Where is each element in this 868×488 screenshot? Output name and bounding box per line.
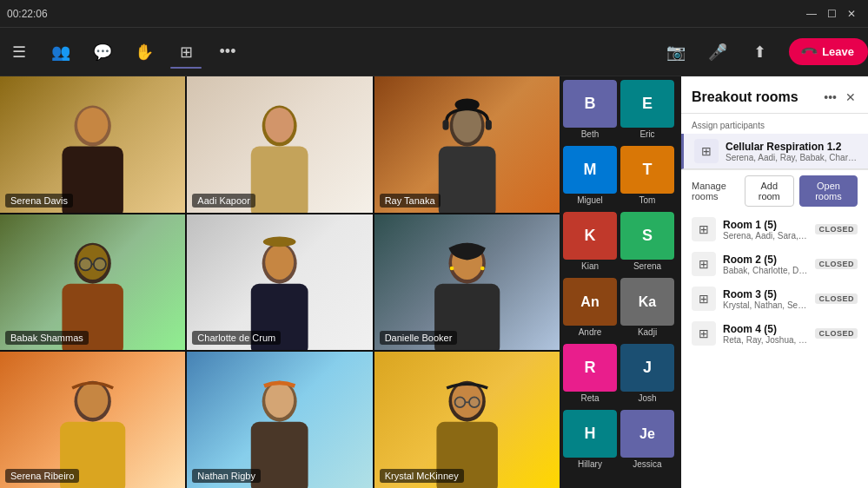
room-4-info: Room 4 (5) Reta, Ray, Joshua, Darren, Hi… [723,323,808,345]
room-3-item[interactable]: ⊞ Room 3 (5) Krystal, Nathan, Serena, An… [681,281,868,316]
assign-participants-label: Assign participants [681,114,868,134]
breakout-icon: ⊞ [180,43,193,62]
svg-point-5 [266,108,295,142]
room-1-info: Room 1 (5) Serena, Aadi, Sara, Tom, Eric [723,219,808,241]
room-2-members: Babak, Charlotte, Danielle, Mig... [723,266,808,275]
breakout-panel-title: Breakout rooms [692,89,798,105]
video-cell-nathan-rigby[interactable]: Nathan Rigby [187,352,372,488]
room-4-badge: CLOSED [815,328,858,339]
share-screen-button[interactable]: ⬆ [740,37,779,67]
room-1-item[interactable]: ⊞ Room 1 (5) Serena, Aadi, Sara, Tom, Er… [681,212,868,247]
svg-point-2 [77,108,108,142]
add-room-button[interactable]: Add room [745,175,794,207]
breakout-close-button[interactable]: ✕ [844,89,858,106]
room-3-badge: CLOSED [815,293,858,304]
video-cell-serena-davis[interactable]: Serena Davis [0,76,185,213]
people-button[interactable]: 👥 [42,37,80,67]
thumb-row-4: An Andre Ka Kadji [563,278,678,340]
thumb-reta[interactable]: R Reta [563,344,617,406]
breakout-more-options-button[interactable]: ••• [822,89,838,106]
svg-rect-8 [438,146,495,212]
room-3-name: Room 3 (5) [723,288,808,300]
selected-room-name: Cellular Respiration 1.2 [726,141,858,153]
thumb-tom[interactable]: T Tom [620,146,674,208]
video-cell-danielle-booker[interactable]: Danielle Booker [374,214,560,351]
room-1-name: Room 1 (5) [723,219,808,231]
thumb-hillary[interactable]: H Hillary [563,410,617,472]
main-area: Serena Davis Aadi Kapoor [0,76,868,488]
manage-rooms-row: Manage rooms Add room Open rooms [681,169,868,212]
breakout-panel-header: Breakout rooms ••• ✕ [681,76,868,114]
svg-rect-10 [442,120,448,130]
video-cell-serena-ribeiro[interactable]: Serena Ribeiro [0,352,185,488]
room-1-icon: ⊞ [692,217,716,241]
video-cell-ray-tanaka[interactable]: Ray Tanaka [374,76,560,213]
raise-hand-button[interactable]: ✋ [125,37,163,67]
room-4-item[interactable]: ⊞ Room 4 (5) Reta, Ray, Joshua, Darren, … [681,316,868,351]
thumb-name-kian: Kian [563,260,617,274]
svg-point-9 [453,108,481,142]
thumb-row-3: K Kian S Serena [563,212,678,274]
selected-room-item[interactable]: ⊞ Cellular Respiration 1.2 Serena, Aadi,… [681,134,868,169]
thumb-name-eric: Eric [620,128,674,142]
video-cell-charlotte-de-crum[interactable]: Charlotte de Crum [187,214,372,351]
room-4-members: Reta, Ray, Joshua, Darren, Hilla... [723,335,808,345]
minimize-button[interactable]: — [801,6,822,22]
end-call-button[interactable]: 📞 Leave [789,38,868,65]
svg-point-32 [266,383,295,418]
participants-list-button[interactable]: ☰ [0,37,38,67]
thumb-eric[interactable]: E Eric [620,80,674,142]
video-cell-krystal-mckinney[interactable]: Krystal McKinney [374,352,560,488]
thumb-andre[interactable]: An Andre [563,278,617,340]
video-cell-aadi-kapoor[interactable]: Aadi Kapoor [187,76,372,213]
room-3-icon: ⊞ [692,287,716,311]
thumb-kian[interactable]: K Kian [563,212,617,274]
svg-point-21 [263,237,296,247]
call-timer: 00:22:06 [7,8,48,20]
svg-point-29 [77,383,108,418]
thumb-row-5: R Reta J Josh [563,344,678,406]
room-3-members: Krystal, Nathan, Serena, Andre... [723,300,808,310]
chat-button[interactable]: 💬 [83,37,122,67]
more-options-button[interactable]: ••• [209,37,247,66]
window-controls[interactable]: — ☐ ✕ [801,6,861,22]
thumb-name-miguel: Miguel [563,194,617,208]
thumb-jessica[interactable]: Je Jessica [620,410,674,472]
thumb-josh[interactable]: J Josh [620,344,674,406]
participant-name-charlotte-de-crum: Charlotte de Crum [192,331,281,345]
people-icon: 👥 [51,43,70,62]
open-rooms-button[interactable]: Open rooms [799,175,858,207]
svg-point-16 [94,259,106,271]
thumb-kadji[interactable]: Ka Kadji [620,278,674,340]
room-list: ⊞ Room 1 (5) Serena, Aadi, Sara, Tom, Er… [681,212,868,488]
svg-point-37 [469,397,480,407]
room-2-icon: ⊞ [692,252,716,276]
breakout-rooms-button[interactable]: ⊞ [167,37,205,67]
manage-rooms-label: Manage rooms [692,181,745,201]
thumb-name-kadji: Kadji [620,326,674,340]
selected-room-info: Cellular Respiration 1.2 Serena, Aadi, R… [726,141,858,162]
thumb-serena-s[interactable]: S Serena [620,212,674,274]
microphone-button[interactable]: 🎤 [699,37,737,67]
room-4-name: Room 4 (5) [723,323,808,335]
close-button[interactable]: ✕ [842,6,861,22]
video-grid: Serena Davis Aadi Kapoor [0,76,560,488]
video-cell-babak-shammas[interactable]: Babak Shammas [0,214,185,351]
thumb-miguel[interactable]: M Miguel [563,146,617,208]
chat-icon: 💬 [93,43,112,62]
camera-icon: 📷 [666,43,686,62]
thumb-name-serena: Serena [620,260,674,274]
thumb-name-josh: Josh [620,392,674,406]
end-call-label: Leave [822,45,854,58]
camera-button[interactable]: 📷 [657,37,695,67]
selected-room-icon: ⊞ [694,139,719,163]
maximize-button[interactable]: ☐ [822,6,842,22]
thumb-beth[interactable]: B Beth [563,80,617,142]
thumb-name-jessica: Jessica [620,458,674,472]
participant-name-nathan-rigby: Nathan Rigby [192,469,261,483]
room-2-item[interactable]: ⊞ Room 2 (5) Babak, Charlotte, Danielle,… [681,247,868,281]
thumb-row-2: M Miguel T Tom [563,146,678,208]
side-thumbnails-panel: B Beth E Eric M Miguel T Tom K Kian [560,76,681,488]
more-icon: ••• [220,43,236,61]
svg-rect-11 [485,120,491,130]
